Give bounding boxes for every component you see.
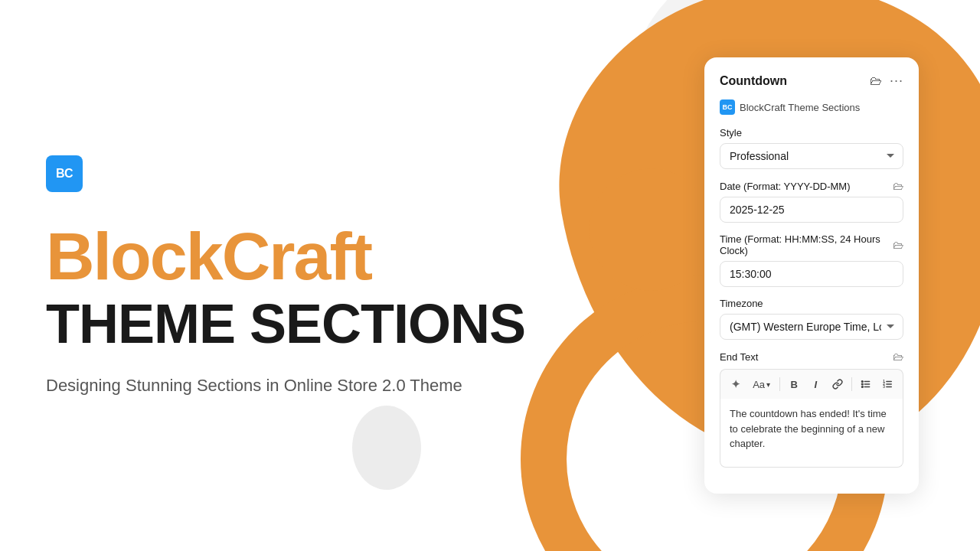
timezone-label: Timezone — [720, 298, 903, 309]
sparkle-button[interactable]: ✦ — [727, 374, 745, 394]
card-actions: 🗁 ··· — [870, 73, 903, 89]
timezone-select[interactable]: (GMT) Western Europe Time, London(GMT+1)… — [720, 314, 903, 340]
date-database-icon: 🗁 — [893, 180, 903, 192]
style-label: Style — [720, 127, 903, 139]
end-text-database-icon: 🗁 — [893, 350, 903, 363]
svg-point-4 — [861, 383, 863, 385]
main-layout: BC BlockCraft THEME SECTIONS Designing S… — [0, 0, 980, 551]
end-text-header: End Text 🗁 — [720, 350, 903, 363]
end-text-field-group: End Text 🗁 ✦ Aa ▾ B I — [720, 350, 903, 468]
date-field-group: Date (Format: YYYY-DD-MM) 🗁 — [720, 180, 903, 223]
svg-text:3: 3 — [883, 385, 885, 389]
unordered-list-button[interactable] — [857, 374, 875, 394]
card-subtitle: BC BlockCraft Theme Sections — [720, 99, 903, 115]
card-subtitle-text: BlockCraft Theme Sections — [740, 102, 860, 113]
logo-badge: BC — [46, 155, 83, 192]
style-select[interactable]: ProfessionalMinimalBoldClassic — [720, 143, 903, 169]
more-options-icon[interactable]: ··· — [890, 73, 903, 89]
time-field-group: Time (Format: HH:MM:SS, 24 Hours Clock) … — [720, 233, 903, 287]
card-header: Countdown 🗁 ··· — [720, 73, 903, 89]
bc-badge: BC — [720, 99, 735, 115]
ordered-list-button[interactable]: 1 2 3 — [878, 374, 897, 394]
end-text-label: End Text — [720, 351, 758, 363]
editor-content: The countdown has ended! It's time to ce… — [730, 408, 887, 449]
time-label: Time (Format: HH:MM:SS, 24 Hours Clock) … — [720, 233, 903, 256]
link-button[interactable] — [828, 374, 846, 394]
logo-text: BC — [56, 167, 73, 181]
brand-name: BlockCraft — [46, 223, 658, 290]
card-title: Countdown — [720, 74, 787, 88]
toolbar-divider-1 — [779, 377, 780, 391]
theme-sections-title: THEME SECTIONS — [46, 296, 658, 351]
date-label: Date (Format: YYYY-DD-MM) 🗁 — [720, 180, 903, 192]
settings-card: Countdown 🗁 ··· BC BlockCraft Theme Sect… — [704, 57, 919, 494]
svg-point-5 — [861, 386, 863, 388]
editor-body[interactable]: The countdown has ended! It's time to ce… — [720, 399, 903, 468]
toolbar-divider-2 — [851, 377, 852, 391]
date-input[interactable] — [720, 197, 903, 223]
left-panel: BC BlockCraft THEME SECTIONS Designing S… — [46, 155, 704, 396]
timezone-field-group: Timezone (GMT) Western Europe Time, Lond… — [720, 298, 903, 340]
bold-button[interactable]: B — [785, 374, 803, 394]
database-icon[interactable]: 🗁 — [870, 74, 882, 88]
time-database-icon: 🗁 — [893, 239, 903, 251]
svg-point-3 — [861, 381, 863, 383]
time-input[interactable] — [720, 261, 903, 287]
italic-button[interactable]: I — [806, 374, 825, 394]
font-size-button[interactable]: Aa ▾ — [748, 377, 775, 392]
style-field-group: Style ProfessionalMinimalBoldClassic — [720, 127, 903, 169]
subtitle: Designing Stunning Sections in Online St… — [46, 376, 658, 396]
editor-toolbar: ✦ Aa ▾ B I — [720, 369, 903, 399]
shape-bottom-blob — [352, 406, 421, 490]
shape-orange-circle — [590, 168, 712, 291]
